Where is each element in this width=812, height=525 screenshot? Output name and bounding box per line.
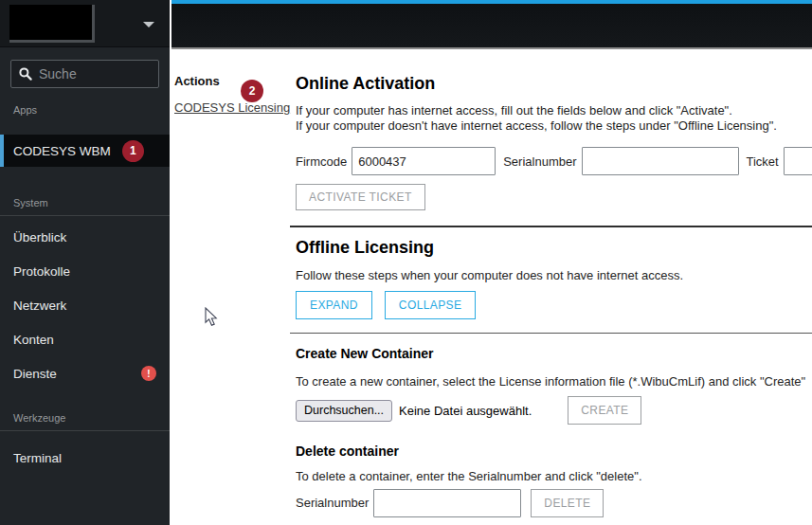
firmcode-label: Firmcode [296, 154, 347, 169]
sidebar-item-protokolle[interactable]: Protokolle [0, 254, 170, 288]
sidebar: Apps CODESYS WBM 1 System Überblick Prot… [0, 0, 170, 525]
sidebar-item-label: Konten [13, 333, 54, 347]
device-dropdown[interactable] [0, 0, 170, 47]
sidebar-system-list: Überblick Protokolle Netzwerk Konten Die… [0, 220, 170, 390]
sidebar-item-codesys-wbm[interactable]: CODESYS WBM 1 [0, 135, 170, 167]
online-activation-description: If your computer has internet access, fi… [296, 103, 812, 133]
expand-button[interactable]: EXPAND [296, 291, 372, 319]
activate-ticket-button[interactable]: ACTIVATE TICKET [296, 184, 425, 210]
sidebar-section-system: System [0, 197, 170, 208]
search-input[interactable] [39, 66, 151, 81]
sidebar-item-konten[interactable]: Konten [0, 322, 170, 356]
online-activation-title: Online Activation [296, 74, 812, 94]
sidebar-divider [0, 215, 170, 216]
section-divider [290, 226, 812, 227]
no-file-selected-text: Keine Datei ausgewählt. [399, 404, 532, 418]
delete-container-title: Delete container [296, 444, 812, 459]
ticket-field[interactable] [784, 147, 812, 175]
offline-licensing-title: Offline Licensing [296, 238, 812, 258]
sidebar-item-label: CODESYS WBM [13, 144, 111, 158]
search-container [0, 47, 170, 88]
device-logo [9, 5, 95, 43]
offline-licensing-description: Follow these steps when your computer do… [296, 268, 812, 283]
sidebar-item-label: Überblick [13, 230, 66, 244]
search-icon [19, 67, 32, 81]
actions-count-badge: 2 [241, 80, 263, 102]
create-button[interactable]: CREATE [568, 396, 641, 425]
browse-file-button[interactable]: Durchsuchen... [296, 400, 392, 422]
description-line-1: If your computer has internet access, fi… [296, 103, 812, 118]
actions-title: Actions [174, 74, 292, 88]
sidebar-item-dienste[interactable]: Dienste ! [0, 356, 170, 390]
delete-serialnumber-field[interactable] [373, 489, 521, 517]
activation-form-row: Firmcode Serialnumber Ticket [296, 147, 812, 175]
codesys-licensing-link[interactable]: CODESYS Licensing [174, 100, 290, 115]
serialnumber-label: Serialnumber [503, 154, 576, 169]
search-box[interactable] [10, 60, 159, 88]
delete-serialnumber-label: Serialnumber [296, 496, 369, 510]
alert-badge: ! [141, 366, 156, 381]
sidebar-section-apps: Apps [0, 104, 170, 116]
main-content: Online Activation If your computer has i… [296, 49, 812, 517]
ticket-label: Ticket [747, 154, 779, 169]
sidebar-divider [0, 430, 170, 431]
serialnumber-field[interactable] [582, 147, 739, 175]
offline-buttons-row: EXPAND COLLAPSE [296, 291, 812, 319]
sidebar-item-label: Netzwerk [13, 299, 66, 313]
delete-container-description: To delete a container, enter the Serialn… [296, 469, 812, 484]
notification-badge: 1 [122, 140, 144, 162]
chevron-down-icon [143, 22, 154, 27]
create-container-description: To create a new container, select the Li… [296, 374, 812, 389]
sidebar-section-werkzeuge: Werkzeuge [0, 412, 170, 424]
create-container-title: Create New Container [296, 346, 812, 361]
delete-form-row: Serialnumber DELETE [296, 489, 812, 517]
sidebar-item-terminal[interactable]: Terminal [0, 441, 170, 475]
mouse-cursor [205, 307, 219, 331]
file-select-row: Durchsuchen... Keine Datei ausgewählt. C… [296, 396, 812, 425]
actions-panel: Actions 2 CODESYS Licensing [174, 49, 292, 116]
sidebar-item-label: Protokolle [13, 264, 70, 279]
section-divider [290, 333, 812, 334]
app-root: Apps CODESYS WBM 1 System Überblick Prot… [0, 0, 812, 525]
sidebar-item-label: Terminal [13, 451, 62, 465]
firmcode-field[interactable] [352, 147, 496, 175]
sidebar-item-ueberblick[interactable]: Überblick [0, 220, 170, 254]
collapse-button[interactable]: COLLAPSE [385, 291, 477, 319]
top-header-bar [171, 0, 812, 49]
description-line-2: If your computer doesn't have internet a… [296, 118, 812, 134]
delete-button[interactable]: DELETE [531, 489, 604, 517]
sidebar-item-netzwerk[interactable]: Netzwerk [0, 288, 170, 322]
sidebar-item-label: Dienste [13, 367, 57, 381]
